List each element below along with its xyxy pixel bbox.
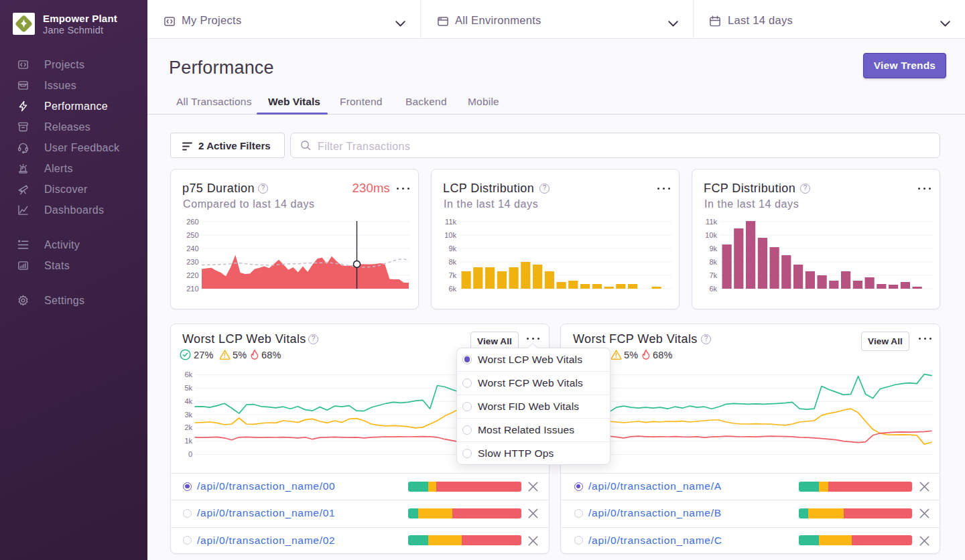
svg-text:7k: 7k (709, 271, 717, 279)
svg-text:250: 250 (186, 231, 198, 239)
svg-text:1k: 1k (184, 437, 192, 445)
svg-text:0: 0 (188, 450, 192, 458)
svg-text:240: 240 (186, 244, 198, 253)
svg-text:230: 230 (186, 258, 198, 266)
svg-text:6k: 6k (448, 285, 456, 293)
svg-text:8k: 8k (448, 258, 456, 266)
svg-text:2k: 2k (184, 423, 192, 431)
svg-text:4k: 4k (184, 397, 192, 405)
svg-text:8k: 8k (709, 258, 717, 266)
svg-text:9k: 9k (709, 244, 717, 253)
svg-text:11k: 11k (445, 218, 456, 226)
svg-text:260: 260 (186, 218, 198, 226)
svg-text:3k: 3k (184, 411, 192, 419)
svg-text:6k: 6k (709, 285, 717, 293)
svg-text:9k: 9k (448, 244, 456, 253)
svg-text:10k: 10k (705, 231, 717, 239)
svg-text:220: 220 (186, 271, 198, 279)
svg-text:210: 210 (186, 285, 198, 293)
svg-text:10k: 10k (444, 231, 456, 239)
svg-text:6k: 6k (184, 370, 192, 378)
svg-text:11k: 11k (706, 218, 717, 226)
svg-text:7k: 7k (448, 271, 456, 279)
svg-text:5k: 5k (184, 384, 192, 392)
